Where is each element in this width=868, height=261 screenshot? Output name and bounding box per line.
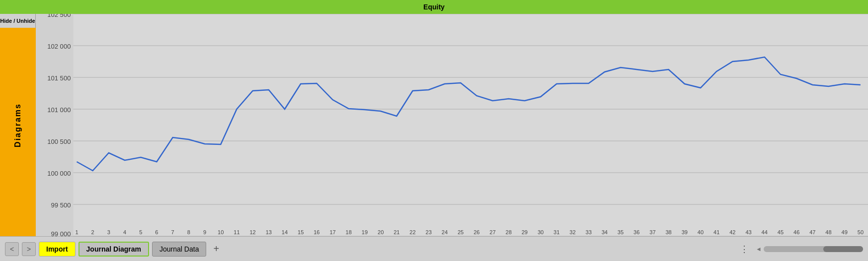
scrollbar-area: ◄ bbox=[756, 246, 863, 253]
svg-text:11: 11 bbox=[234, 229, 239, 235]
svg-text:24: 24 bbox=[442, 229, 448, 235]
journal-data-tab[interactable]: Journal Data bbox=[152, 242, 206, 257]
svg-text:48: 48 bbox=[825, 229, 831, 235]
svg-text:3: 3 bbox=[107, 229, 110, 235]
svg-text:8: 8 bbox=[187, 229, 190, 235]
svg-text:17: 17 bbox=[329, 229, 335, 235]
svg-text:12: 12 bbox=[249, 229, 255, 235]
svg-text:100 000: 100 000 bbox=[47, 170, 71, 177]
svg-text:100 500: 100 500 bbox=[47, 138, 71, 145]
svg-text:45: 45 bbox=[778, 229, 784, 235]
svg-text:27: 27 bbox=[489, 229, 495, 235]
svg-text:35: 35 bbox=[618, 229, 624, 235]
svg-text:2: 2 bbox=[91, 229, 94, 235]
svg-rect-0 bbox=[36, 14, 868, 236]
sidebar-label: Diagrams bbox=[13, 103, 22, 147]
svg-text:10: 10 bbox=[218, 229, 224, 235]
svg-text:19: 19 bbox=[362, 229, 368, 235]
svg-text:99 500: 99 500 bbox=[51, 201, 71, 209]
bottom-bar: < > Import Journal Diagram Journal Data … bbox=[0, 236, 868, 261]
svg-text:9: 9 bbox=[203, 229, 206, 235]
svg-text:7: 7 bbox=[171, 229, 174, 235]
svg-text:21: 21 bbox=[394, 229, 399, 235]
svg-text:32: 32 bbox=[569, 229, 575, 235]
svg-text:15: 15 bbox=[298, 229, 304, 235]
svg-text:14: 14 bbox=[282, 229, 288, 235]
main-area: Hide / Unhide Diagrams bbox=[0, 14, 868, 236]
svg-text:38: 38 bbox=[665, 229, 671, 235]
journal-diagram-tab[interactable]: Journal Diagram bbox=[79, 242, 149, 257]
nav-prev-icon: < bbox=[10, 245, 14, 253]
svg-text:28: 28 bbox=[506, 229, 512, 235]
svg-text:43: 43 bbox=[745, 229, 751, 235]
svg-text:22: 22 bbox=[409, 229, 415, 235]
svg-text:50: 50 bbox=[858, 229, 864, 235]
svg-text:34: 34 bbox=[602, 229, 608, 235]
nav-next-icon: > bbox=[27, 245, 31, 253]
scroll-left-button[interactable]: ◄ bbox=[756, 246, 762, 253]
app: Equity Hide / Unhide Diagrams bbox=[0, 0, 868, 261]
hide-unhide-button[interactable]: Hide / Unhide bbox=[0, 14, 36, 28]
svg-text:29: 29 bbox=[522, 229, 528, 235]
svg-text:31: 31 bbox=[553, 229, 559, 235]
svg-text:25: 25 bbox=[458, 229, 464, 235]
svg-text:13: 13 bbox=[266, 229, 272, 235]
svg-text:23: 23 bbox=[426, 229, 432, 235]
svg-text:40: 40 bbox=[698, 229, 704, 235]
sidebar: Hide / Unhide Diagrams bbox=[0, 14, 36, 236]
svg-text:16: 16 bbox=[314, 229, 319, 235]
svg-text:39: 39 bbox=[682, 229, 688, 235]
svg-text:101 000: 101 000 bbox=[47, 106, 71, 114]
svg-text:26: 26 bbox=[473, 229, 479, 235]
import-button[interactable]: Import bbox=[39, 242, 76, 257]
svg-text:30: 30 bbox=[538, 229, 544, 235]
svg-text:36: 36 bbox=[633, 229, 639, 235]
svg-text:6: 6 bbox=[155, 229, 158, 235]
svg-text:33: 33 bbox=[585, 229, 591, 235]
svg-text:102 500: 102 500 bbox=[47, 14, 71, 18]
scrollbar-thumb[interactable] bbox=[823, 246, 863, 252]
svg-text:46: 46 bbox=[793, 229, 799, 235]
title-bar: Equity bbox=[0, 0, 868, 14]
svg-text:4: 4 bbox=[123, 229, 126, 235]
svg-text:41: 41 bbox=[713, 229, 719, 235]
equity-chart: 102 500 102 000 101 500 101 000 100 500 … bbox=[36, 14, 868, 236]
svg-text:101 500: 101 500 bbox=[47, 74, 71, 82]
svg-text:42: 42 bbox=[729, 229, 735, 235]
svg-text:102 000: 102 000 bbox=[47, 43, 71, 50]
add-tab-button[interactable]: + bbox=[209, 242, 223, 256]
svg-text:99 000: 99 000 bbox=[51, 230, 71, 236]
svg-text:20: 20 bbox=[378, 229, 384, 235]
svg-text:5: 5 bbox=[139, 229, 142, 235]
svg-text:49: 49 bbox=[842, 229, 848, 235]
svg-text:37: 37 bbox=[649, 229, 655, 235]
nav-prev-button[interactable]: < bbox=[5, 242, 19, 256]
svg-text:44: 44 bbox=[762, 229, 768, 235]
svg-text:1: 1 bbox=[75, 229, 78, 235]
scrollbar-track[interactable] bbox=[764, 246, 863, 252]
nav-next-button[interactable]: > bbox=[22, 242, 36, 256]
svg-text:47: 47 bbox=[809, 229, 815, 235]
more-options-button[interactable]: ⋮ bbox=[736, 244, 753, 255]
svg-text:18: 18 bbox=[346, 229, 352, 235]
title-label: Equity bbox=[423, 3, 445, 11]
chart-area: 102 500 102 000 101 500 101 000 100 500 … bbox=[36, 14, 868, 236]
